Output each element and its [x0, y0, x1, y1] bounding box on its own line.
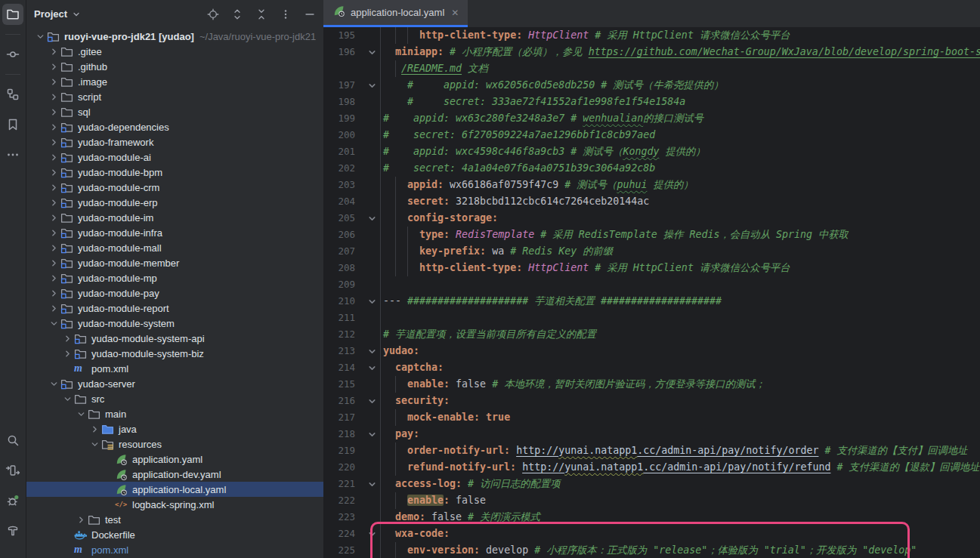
chevron-down-icon[interactable]: [48, 379, 60, 389]
fold-toggle-icon[interactable]: [355, 359, 380, 376]
code-line[interactable]: 217 mock-enable: true: [323, 409, 980, 426]
more-horizontal-tool-button[interactable]: [2, 144, 23, 165]
code-line[interactable]: 205 config-storage:: [323, 210, 980, 227]
chevron-right-icon[interactable]: [48, 288, 60, 298]
search-tool-button[interactable]: [2, 430, 23, 451]
fold-toggle-icon[interactable]: [355, 343, 380, 359]
tree-item-logback-spring-xml[interactable]: </>logback-spring.xml: [26, 497, 323, 512]
code-line[interactable]: 220 refund-notify-url: http://yunai.nata…: [323, 459, 980, 476]
code-line[interactable]: 224 wxa-code:: [323, 526, 980, 542]
tree-item-yudao-server[interactable]: yudao-server: [26, 376, 323, 391]
code-line[interactable]: 201# appid: wxc4598c446f8a9cb3 # 测试号（Kon…: [323, 143, 980, 160]
tree-item-yudao-module-member[interactable]: yudao-module-member: [26, 255, 323, 270]
tree-item-main[interactable]: main: [26, 406, 323, 421]
tree-item-script[interactable]: script: [26, 89, 323, 104]
editor-tab-application-local-yaml[interactable]: application-local.yaml ✕: [323, 0, 468, 27]
code-line[interactable]: 223 demo: false # 关闭演示模式: [323, 509, 980, 526]
chevron-right-icon[interactable]: [48, 183, 60, 193]
tree-item-pom-xml[interactable]: mpom.xml: [26, 361, 323, 376]
build-tool-button[interactable]: [2, 520, 23, 541]
tree-item--github[interactable]: .github: [26, 59, 323, 74]
code-line[interactable]: 206 type: RedisTemplate # 采用 RedisTempla…: [323, 227, 980, 243]
chevron-right-icon[interactable]: [48, 273, 60, 283]
tree-item-dockerfile[interactable]: Dockerfile: [26, 527, 323, 542]
code-line[interactable]: 211: [323, 310, 980, 326]
code-line[interactable]: 218 pay:: [323, 426, 980, 442]
fold-toggle-icon[interactable]: [355, 210, 380, 227]
chevron-right-icon[interactable]: [88, 424, 101, 434]
tree-item-yudao-module-bpm[interactable]: yudao-module-bpm: [26, 165, 323, 180]
project-folder-tool-button[interactable]: [2, 4, 23, 25]
tree-item-yudao-module-im[interactable]: yudao-module-im: [26, 210, 323, 225]
tree-item-yudao-module-report[interactable]: yudao-module-report: [26, 301, 323, 316]
chevron-down-icon[interactable]: [71, 9, 82, 20]
tree-item-pom-xml[interactable]: mpom.xml: [26, 542, 323, 557]
tree-item--image[interactable]: .image: [26, 74, 323, 89]
tree-item-application-yaml[interactable]: application.yaml: [26, 452, 323, 467]
chevron-right-icon[interactable]: [48, 92, 60, 102]
tree-item-yudao-module-system-api[interactable]: yudao-module-system-api: [26, 331, 323, 346]
code-line[interactable]: 207 key-prefix: wa # Redis Key 的前缀: [323, 243, 980, 260]
chevron-right-icon[interactable]: [48, 107, 60, 117]
chevron-right-icon[interactable]: [48, 198, 60, 208]
chevron-right-icon[interactable]: [48, 228, 60, 238]
bookmarks-tool-button[interactable]: [2, 114, 23, 135]
tree-item-sql[interactable]: sql: [26, 104, 323, 119]
tree-item-yudao-module-pay[interactable]: yudao-module-pay: [26, 285, 323, 301]
code-line[interactable]: 212# 芋道配置项，设置当前项目所有自定义的配置: [323, 326, 980, 343]
tree-item-application-local-yaml[interactable]: application-local.yaml: [26, 482, 323, 497]
tree-item-yudao-module-erp[interactable]: yudao-module-erp: [26, 195, 323, 210]
chevron-right-icon[interactable]: [48, 122, 60, 132]
tree-item-src[interactable]: src: [26, 391, 323, 406]
collapse-all-button[interactable]: [252, 5, 271, 23]
code-line[interactable]: 222 enable: false: [323, 492, 980, 509]
project-panel-title[interactable]: Project: [34, 8, 67, 20]
problems-tool-button[interactable]: [2, 490, 23, 511]
chevron-down-icon[interactable]: [75, 409, 88, 419]
code-line[interactable]: 198 # secret: 333ae72f41552af1e998fe1f54…: [323, 94, 980, 110]
tree-item-yudao-dependencies[interactable]: yudao-dependencies: [26, 119, 323, 134]
expand-all-button[interactable]: [228, 5, 246, 23]
tree-item--gitee[interactable]: .gitee: [26, 44, 323, 59]
structure-tool-button[interactable]: [2, 84, 23, 105]
chevron-down-icon[interactable]: [48, 319, 60, 328]
chevron-right-icon[interactable]: [48, 137, 60, 147]
tree-item-yudao-module-system-biz[interactable]: yudao-module-system-biz: [26, 346, 323, 361]
editor-body[interactable]: 195 http-client-type: HttpClient # 采用 Ht…: [323, 27, 980, 558]
code-line[interactable]: 202# secret: 4a1a04e07f6a4a0751b39c3064a…: [323, 160, 980, 177]
code-line[interactable]: /README.md 文档: [323, 60, 980, 77]
code-line[interactable]: 199# appid: wx63c280fe3248a3e7 # wenhual…: [323, 110, 980, 127]
chevron-down-icon[interactable]: [88, 439, 101, 449]
tree-item-yudao-framework[interactable]: yudao-framework: [26, 134, 323, 150]
chevron-right-icon[interactable]: [48, 77, 60, 87]
tree-item-application-dev-yaml[interactable]: application-dev.yaml: [26, 467, 323, 482]
code-line[interactable]: 216 security:: [323, 393, 980, 409]
tree-item-ruoyi-vue-pro-jdk21-yudao-[interactable]: ruoyi-vue-pro-jdk21 [yudao]~/Java/ruoyi-…: [26, 29, 323, 44]
fold-toggle-icon[interactable]: [355, 426, 380, 442]
code-line[interactable]: 215 enable: false # 本地环境，暂时关闭图片验证码，方便登录等…: [323, 376, 980, 393]
code-line[interactable]: 210--- #################### 芋道相关配置 #####…: [323, 293, 980, 310]
chevron-right-icon[interactable]: [48, 168, 60, 177]
locate-button[interactable]: [204, 5, 222, 23]
code-line[interactable]: 214 captcha:: [323, 359, 980, 376]
chevron-right-icon[interactable]: [61, 334, 74, 344]
fold-toggle-icon[interactable]: [355, 77, 380, 94]
chevron-right-icon[interactable]: [48, 62, 60, 72]
chevron-right-icon[interactable]: [48, 213, 60, 223]
chevron-right-icon[interactable]: [75, 515, 88, 525]
code-line[interactable]: 221 access-log: # 访问日志的配置项: [323, 476, 980, 492]
fold-toggle-icon[interactable]: [355, 44, 380, 60]
code-line[interactable]: 195 http-client-type: HttpClient # 采用 Ht…: [323, 27, 980, 44]
fold-toggle-icon[interactable]: [355, 476, 380, 492]
tree-item-test[interactable]: test: [26, 512, 323, 527]
fold-toggle-icon[interactable]: [355, 526, 380, 542]
tree-item-yudao-module-crm[interactable]: yudao-module-crm: [26, 180, 323, 195]
tree-item-yudao-module-mall[interactable]: yudao-module-mall: [26, 240, 323, 255]
more-vertical-button[interactable]: [277, 5, 295, 23]
code-line[interactable]: 204 secret: 3218bcbd112cbc614c7264ceb201…: [323, 193, 980, 210]
commit-tool-button[interactable]: [2, 44, 23, 65]
code-line[interactable]: 197 # appid: wx62056c0d5e8db250 # 测试号（牛希…: [323, 77, 980, 94]
chevron-down-icon[interactable]: [34, 32, 47, 42]
code-line[interactable]: 200# secret: 6f270509224a7ae1296bbf1c8cb…: [323, 127, 980, 143]
chevron-right-icon[interactable]: [48, 258, 60, 268]
